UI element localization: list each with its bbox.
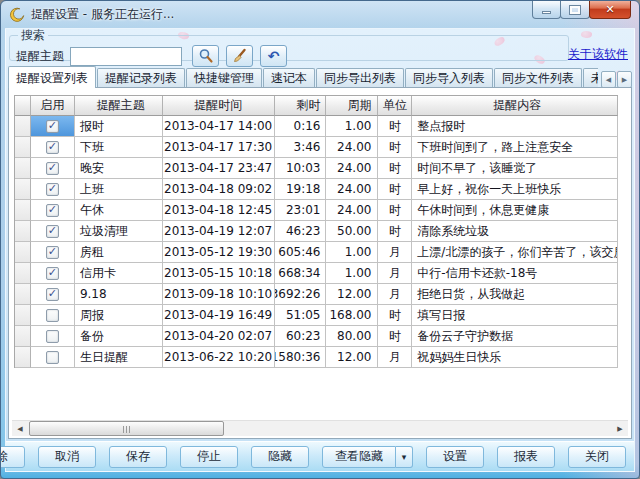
- clear-button[interactable]: [226, 45, 253, 67]
- about-software-link[interactable]: 关于该软件: [568, 46, 628, 63]
- toolbar-button[interactable]: 查看隐藏: [322, 446, 396, 468]
- enabled-cell[interactable]: ✓: [31, 179, 75, 200]
- content-cell: 拒绝日货，从我做起: [412, 284, 618, 305]
- undo-button[interactable]: ↶: [260, 45, 287, 67]
- enabled-cell[interactable]: ✓: [31, 200, 75, 221]
- toolbar-button[interactable]: 停止: [180, 446, 238, 468]
- toolbar-button[interactable]: 设置: [426, 446, 484, 468]
- horizontal-scrollbar[interactable]: ◀ ▶: [12, 420, 628, 436]
- tab-6[interactable]: 同步导入列表: [405, 68, 493, 88]
- scrollbar-left-button[interactable]: ◀: [12, 421, 28, 437]
- period-cell: 24.00: [326, 179, 378, 200]
- scrollbar-right-button[interactable]: ▶: [612, 421, 628, 437]
- checkbox-unchecked-icon[interactable]: [46, 309, 59, 322]
- table-row[interactable]: 备份2013-04-20 02:0760:2380.00时备份云子守护数据: [15, 326, 618, 347]
- enabled-cell[interactable]: [31, 347, 75, 368]
- tab-4[interactable]: 速记本: [263, 68, 315, 88]
- table-row[interactable]: ✓下班2013-04-17 17:303:4624.00时下班时间到了，路上注意…: [15, 137, 618, 158]
- row-selector-cell[interactable]: [15, 347, 31, 368]
- tab-7[interactable]: 同步文件列表: [494, 68, 582, 88]
- tab-5[interactable]: 同步导出列表: [316, 68, 404, 88]
- remaining-cell: 1580:36: [275, 347, 327, 368]
- checkbox-checked-icon[interactable]: ✓: [46, 162, 59, 175]
- toolbar-button[interactable]: 删除: [0, 446, 25, 468]
- enabled-cell[interactable]: [31, 326, 75, 347]
- table-row[interactable]: ✓垃圾清理2013-04-19 12:0746:2350.00时清除系统垃圾: [15, 221, 618, 242]
- checkbox-checked-icon[interactable]: ✓: [46, 225, 59, 238]
- row-selector-cell[interactable]: [15, 137, 31, 158]
- column-header[interactable]: 剩时: [275, 96, 327, 116]
- row-selector-cell[interactable]: [15, 242, 31, 263]
- column-header[interactable]: 周期: [326, 96, 378, 116]
- column-header[interactable]: 提醒内容: [412, 96, 618, 116]
- checkbox-checked-icon[interactable]: ✓: [46, 183, 59, 196]
- remaining-cell: 51:05: [275, 305, 327, 326]
- enabled-cell[interactable]: ✓: [31, 263, 75, 284]
- tab-2[interactable]: 提醒记录列表: [97, 68, 185, 88]
- table-row[interactable]: ✓房租2013-05-12 19:30605:461.00月上漂/北漂的孩子，你…: [15, 242, 618, 263]
- enabled-cell[interactable]: ✓: [31, 221, 75, 242]
- row-selector-cell[interactable]: [15, 221, 31, 242]
- checkbox-checked-icon[interactable]: ✓: [46, 204, 59, 217]
- enabled-cell[interactable]: ✓: [31, 284, 75, 305]
- scrollbar-thumb[interactable]: [29, 421, 224, 436]
- table-row[interactable]: ✓报时2013-04-17 14:000:161.00时整点报时: [15, 116, 618, 137]
- enabled-cell[interactable]: ✓: [31, 116, 75, 137]
- maximize-button[interactable]: [560, 1, 590, 19]
- toolbar-button[interactable]: 保存: [109, 446, 167, 468]
- column-header[interactable]: 提醒时间: [163, 96, 275, 116]
- topic-cell: 报时: [75, 116, 163, 137]
- dropdown-arrow-button[interactable]: ▾: [396, 446, 413, 468]
- table-row[interactable]: 生日提醒2013-06-22 10:201580:3612.00月祝妈妈生日快乐: [15, 347, 618, 368]
- enabled-cell[interactable]: ✓: [31, 137, 75, 158]
- row-selector-cell[interactable]: [15, 305, 31, 326]
- table-row[interactable]: ✓晚安2013-04-17 23:4710:0324.00时时间不早了，该睡觉了: [15, 158, 618, 179]
- toolbar-button[interactable]: 报表: [497, 446, 555, 468]
- tab-1[interactable]: 提醒设置列表: [8, 66, 96, 88]
- checkbox-unchecked-icon[interactable]: [46, 351, 59, 364]
- tab-3[interactable]: 快捷键管理: [186, 68, 262, 88]
- checkbox-checked-icon[interactable]: ✓: [46, 141, 59, 154]
- row-selector-cell[interactable]: [15, 200, 31, 221]
- time-cell: 2013-04-17 14:00: [163, 116, 275, 137]
- period-cell: 12.00: [326, 284, 378, 305]
- table-row[interactable]: ✓9.182013-09-18 10:103692:2612.00月拒绝日货，从…: [15, 284, 618, 305]
- table-row[interactable]: ✓上班2013-04-18 09:0219:1824.00时早上好，祝你一天上班…: [15, 179, 618, 200]
- maximize-icon: [570, 6, 580, 14]
- checkbox-checked-icon[interactable]: ✓: [46, 120, 59, 133]
- tab-scroll-left-button[interactable]: ◀: [601, 71, 616, 88]
- table-row[interactable]: ✓午休2013-04-18 12:4523:0124.00时午休时间到，休息更健…: [15, 200, 618, 221]
- search-button[interactable]: [192, 45, 219, 67]
- minimize-icon: [542, 11, 551, 14]
- close-button[interactable]: ✕: [589, 1, 631, 19]
- row-selector-cell[interactable]: [15, 179, 31, 200]
- minimize-button[interactable]: [532, 1, 561, 19]
- tab-scroll-right-button[interactable]: ▶: [617, 71, 632, 88]
- table-row[interactable]: 周报2013-04-19 16:4951:05168.00时填写日报: [15, 305, 618, 326]
- row-selector-cell[interactable]: [15, 116, 31, 137]
- column-header[interactable]: 提醒主题: [75, 96, 163, 116]
- enabled-cell[interactable]: ✓: [31, 158, 75, 179]
- row-selector-cell[interactable]: [15, 263, 31, 284]
- checkbox-checked-icon[interactable]: ✓: [46, 288, 59, 301]
- table-row[interactable]: ✓信用卡2013-05-15 10:18668:341.00月中行-信用卡还款-…: [15, 263, 618, 284]
- checkbox-unchecked-icon[interactable]: [46, 330, 59, 343]
- checkbox-checked-icon[interactable]: ✓: [46, 246, 59, 259]
- enabled-cell[interactable]: [31, 305, 75, 326]
- toolbar-button[interactable]: 隐藏: [251, 446, 309, 468]
- checkbox-checked-icon[interactable]: ✓: [46, 267, 59, 280]
- enabled-cell[interactable]: ✓: [31, 242, 75, 263]
- content-cell: 下班时间到了，路上注意安全: [412, 137, 618, 158]
- toolbar-button[interactable]: 关闭: [568, 446, 626, 468]
- bottom-toolbar: 新增删除取消保存停止隐藏查看隐藏▾设置报表关闭: [6, 441, 634, 471]
- row-selector-cell[interactable]: [15, 326, 31, 347]
- column-header[interactable]: 启用: [31, 96, 75, 116]
- tab-8[interactable]: 未覆盖文件: [583, 68, 598, 88]
- search-input[interactable]: [70, 47, 182, 66]
- row-selector-cell[interactable]: [15, 284, 31, 305]
- row-selector-cell[interactable]: [15, 158, 31, 179]
- column-header[interactable]: 单位: [378, 96, 412, 116]
- toolbar-button[interactable]: 取消: [38, 446, 96, 468]
- remaining-cell: 10:03: [275, 158, 327, 179]
- search-magnifier-icon: [198, 48, 214, 64]
